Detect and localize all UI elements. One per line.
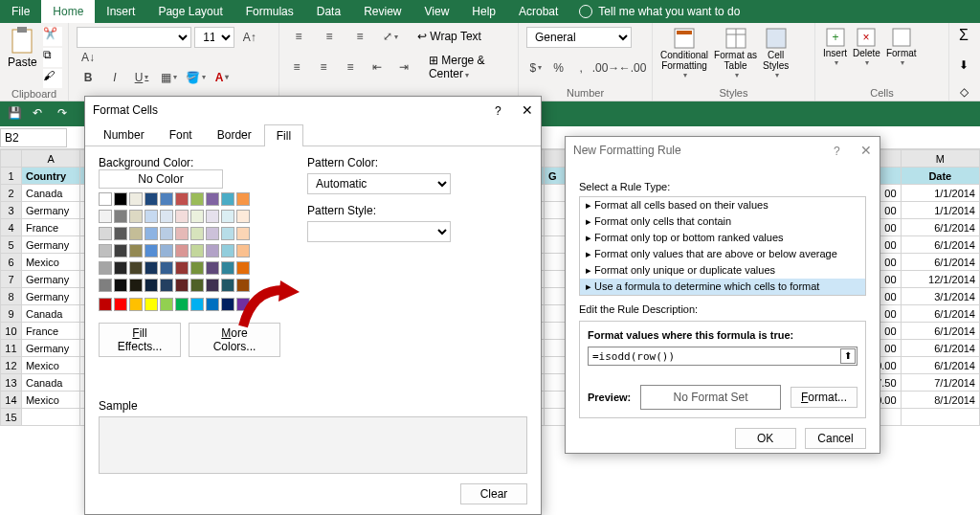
decrease-font-icon[interactable]: A↓ (77, 48, 100, 67)
redo-icon[interactable]: ↷ (57, 106, 73, 122)
color-swatch[interactable] (190, 210, 204, 223)
color-swatch[interactable] (99, 279, 112, 292)
tab-view[interactable]: View (413, 0, 461, 23)
paste-button[interactable]: Paste (8, 27, 37, 69)
color-swatch[interactable] (99, 210, 112, 223)
align-center-icon[interactable]: ≡ (314, 57, 333, 77)
tab-number[interactable]: Number (91, 123, 157, 146)
comma-format-icon[interactable]: , (571, 58, 590, 78)
cut-icon[interactable]: ✂️ (43, 27, 62, 46)
number-format-select[interactable]: General (526, 27, 632, 48)
rule-type-item[interactable]: ▸ Use a formula to determine which cells… (580, 279, 865, 295)
format-painter-icon[interactable]: 🖌 (43, 69, 62, 88)
align-left-icon[interactable]: ≡ (287, 57, 306, 77)
close-icon[interactable]: ✕ (860, 143, 872, 158)
color-swatch[interactable] (190, 298, 204, 311)
close-icon[interactable]: ✕ (522, 102, 533, 118)
color-swatch[interactable] (221, 192, 234, 206)
no-color-button[interactable]: No Color (99, 169, 223, 189)
cell-styles-button[interactable]: Cell Styles (763, 27, 789, 79)
copy-icon[interactable]: ⧉ (43, 48, 62, 67)
pattern-style-select[interactable] (307, 221, 451, 242)
color-swatch[interactable] (190, 261, 204, 275)
decrease-indent-icon[interactable]: ⇤ (368, 57, 387, 77)
color-swatch[interactable] (221, 279, 234, 292)
color-swatch[interactable] (206, 244, 219, 258)
color-swatch[interactable] (145, 210, 158, 223)
merge-center-button[interactable]: ⊞ Merge & Center (429, 54, 510, 80)
ok-button[interactable]: OK (735, 428, 796, 449)
save-icon[interactable]: 💾 (8, 106, 23, 122)
color-swatch[interactable] (160, 298, 173, 311)
color-swatch[interactable] (236, 227, 250, 240)
color-swatch[interactable] (236, 261, 250, 275)
color-swatch[interactable] (129, 210, 143, 223)
color-swatch[interactable] (129, 192, 143, 206)
color-swatch[interactable] (175, 210, 189, 223)
tab-help[interactable]: Help (460, 0, 507, 23)
pattern-color-select[interactable]: Automatic (307, 173, 451, 194)
borders-button[interactable]: ▦ (157, 68, 180, 87)
rule-type-item[interactable]: ▸ Format only cells that contain (580, 213, 865, 230)
align-middle-icon[interactable]: ≡ (318, 27, 341, 46)
color-swatch[interactable] (160, 279, 173, 292)
more-colors-button[interactable]: More Colors... (189, 323, 280, 357)
color-swatch[interactable] (114, 279, 127, 292)
color-swatch[interactable] (236, 279, 250, 292)
tab-home[interactable]: Home (41, 0, 95, 23)
color-swatch[interactable] (145, 298, 158, 311)
color-swatch[interactable] (160, 210, 173, 223)
fill-effects-button[interactable]: FFill Effects...ill Effects... (99, 323, 181, 357)
color-swatch[interactable] (175, 261, 189, 275)
color-swatch[interactable] (221, 298, 234, 311)
color-swatch[interactable] (114, 210, 127, 223)
color-swatch[interactable] (190, 192, 204, 206)
color-swatch[interactable] (236, 298, 250, 311)
font-size-select[interactable]: 11 (194, 27, 234, 48)
autosum-button[interactable]: Σ (957, 27, 970, 44)
color-swatch[interactable] (145, 192, 158, 206)
fill-button[interactable]: ⬇ (957, 58, 970, 72)
tab-font[interactable]: Font (157, 123, 205, 146)
align-top-icon[interactable]: ≡ (287, 27, 310, 46)
font-family-select[interactable] (77, 27, 191, 48)
undo-icon[interactable]: ↶ (33, 106, 48, 122)
clear-button[interactable]: Clear (460, 483, 527, 504)
color-swatch[interactable] (114, 298, 127, 311)
wrap-text-button[interactable]: ↩ Wrap Text (417, 30, 481, 43)
color-swatch[interactable] (145, 279, 158, 292)
fill-color-button[interactable]: 🪣 (184, 68, 207, 87)
range-selector-icon[interactable]: ⬆ (840, 348, 856, 364)
tab-acrobat[interactable]: Acrobat (507, 0, 569, 23)
color-swatch[interactable] (206, 227, 219, 240)
increase-decimal-icon[interactable]: .00→ (594, 58, 617, 78)
rule-type-item[interactable]: ▸ Format only unique or duplicate values (580, 262, 865, 279)
color-swatch[interactable] (206, 298, 219, 311)
color-swatch[interactable] (129, 279, 143, 292)
color-swatch[interactable] (160, 261, 173, 275)
color-swatch[interactable] (114, 192, 127, 206)
color-swatch[interactable] (99, 192, 112, 206)
align-bottom-icon[interactable]: ≡ (348, 27, 371, 46)
color-swatch[interactable] (160, 227, 173, 240)
color-swatch[interactable] (99, 244, 112, 258)
rule-type-list[interactable]: ▸ Format all cells based on their values… (579, 196, 866, 296)
color-swatch[interactable] (160, 244, 173, 258)
tab-formulas[interactable]: Formulas (234, 0, 305, 23)
color-swatch[interactable] (129, 298, 143, 311)
italic-button[interactable]: I (103, 68, 126, 87)
color-swatch[interactable] (221, 261, 234, 275)
color-swatch[interactable] (175, 227, 189, 240)
color-swatch[interactable] (175, 192, 189, 206)
color-swatch[interactable] (221, 227, 234, 240)
help-icon[interactable]: ? (834, 145, 840, 158)
tab-data[interactable]: Data (305, 0, 352, 23)
format-button[interactable]: Format... (791, 387, 858, 408)
color-swatch[interactable] (145, 244, 158, 258)
color-swatch[interactable] (175, 279, 189, 292)
increase-indent-icon[interactable]: ⇥ (394, 57, 413, 77)
color-swatch[interactable] (145, 227, 158, 240)
help-icon[interactable]: ? (495, 104, 501, 118)
color-swatch[interactable] (206, 261, 219, 275)
color-swatch[interactable] (99, 261, 112, 275)
